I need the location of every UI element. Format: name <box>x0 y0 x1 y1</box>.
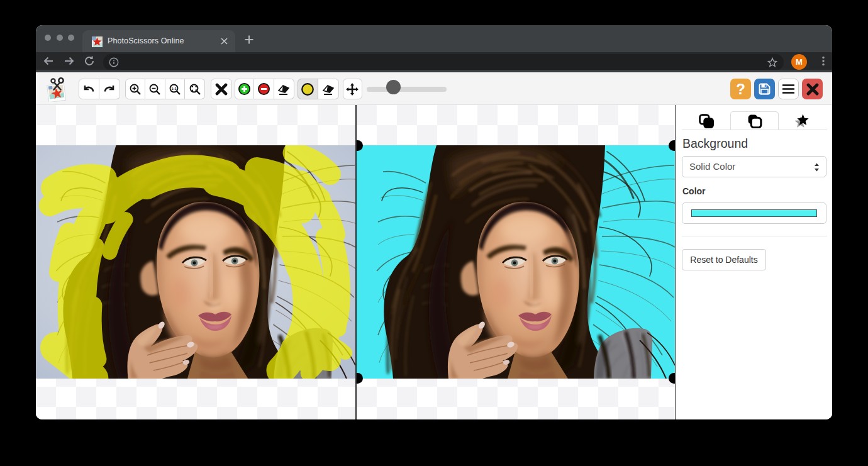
svg-text:1:1: 1:1 <box>171 87 177 91</box>
